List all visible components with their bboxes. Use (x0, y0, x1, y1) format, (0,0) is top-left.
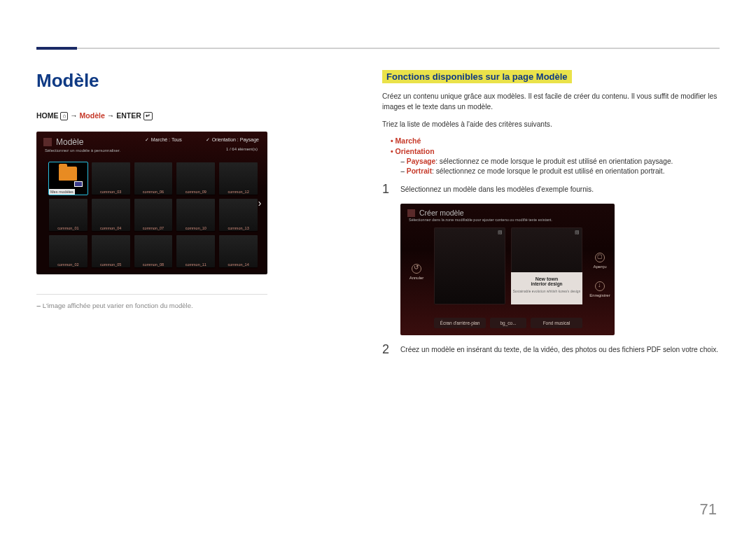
thumb-label: common_07 (134, 226, 173, 230)
kw-paysage: Paysage (407, 157, 435, 165)
top-divider-accent (36, 47, 77, 50)
breadcrumb-home: HOME (36, 111, 59, 120)
tab-background[interactable]: Écran d'arrière-plan (434, 318, 486, 328)
thumb-label: common_14 (219, 262, 258, 267)
enter-icon: ↵ (144, 112, 153, 120)
thumb-label: common_06 (134, 190, 173, 194)
filter-orientation[interactable]: Orientation : Paysage (206, 137, 259, 143)
thumb-label: common_05 (92, 262, 130, 267)
app-logo-icon (407, 209, 415, 217)
template-canvas: New town interior design Sustainable evo… (434, 227, 582, 304)
mini-template-icon (74, 181, 83, 187)
screenshot-create-template: Créer modèle Sélectionnez dans la zone m… (400, 204, 615, 335)
folder-icon (59, 167, 77, 181)
left-action-cancel[interactable]: Annuler (406, 264, 427, 280)
step-number: 1 (382, 182, 391, 197)
model-variation-note: L'image affichée peut varier en fonction… (36, 302, 267, 309)
create-subtitle: Sélectionnez dans la zone modifiable pou… (400, 217, 615, 222)
thumb-label: common_10 (176, 226, 215, 230)
image-placeholder-icon (575, 230, 580, 235)
left-column: Modèle HOME ⌂ → Modèle → ENTER ↵ Modèle … (36, 70, 267, 309)
thumb-label: common_04 (92, 226, 130, 230)
thumb-label: common_09 (176, 190, 215, 194)
thumb-label: common_12 (219, 190, 258, 194)
next-page-icon[interactable] (255, 197, 265, 209)
kw-portrait: Portrait (407, 167, 432, 175)
step-text: Créez un modèle en insérant du texte, de… (400, 342, 725, 353)
thumb-label: common_13 (219, 226, 258, 230)
template-grid: Mes modèles common_03 common_06 common_0… (49, 162, 258, 267)
template-thumb[interactable]: common_10 (176, 199, 215, 231)
tab-bgco[interactable]: bg_co... (490, 318, 526, 328)
step-2: 2 Créez un modèle en insérant du texte, … (382, 342, 725, 357)
panel-left[interactable] (434, 227, 505, 304)
image-placeholder-icon (498, 230, 503, 235)
breadcrumb: HOME ⌂ → Modèle → ENTER ↵ (36, 111, 267, 120)
template-thumb[interactable]: common_05 (92, 235, 130, 267)
panel-text-line1: New town (511, 276, 582, 281)
save-label: Enregistrer (589, 293, 610, 297)
template-thumb[interactable]: common_09 (176, 162, 215, 195)
divider (36, 294, 267, 295)
grid-title: Modèle (56, 137, 83, 147)
template-thumb[interactable]: common_08 (134, 235, 173, 267)
thumb-label: common_11 (176, 262, 215, 267)
screenshot-template-grid: Modèle Sélectionnez un modèle à personna… (36, 132, 267, 274)
cancel-icon (412, 264, 421, 274)
panel-right[interactable]: New town interior design Sustainable evo… (511, 227, 582, 304)
step-text: Sélectionnez un modèle dans les modèles … (400, 182, 725, 193)
template-thumb[interactable]: common_01 (49, 199, 88, 231)
template-thumb[interactable]: common_03 (92, 162, 130, 195)
thumb-label: common_01 (49, 226, 88, 230)
page-number: 71 (700, 500, 717, 519)
top-divider (36, 48, 720, 49)
thumb-label: common_08 (134, 262, 173, 267)
step-1: 1 Sélectionnez un modèle dans les modèle… (382, 182, 725, 197)
template-thumb[interactable]: common_12 (219, 162, 258, 195)
breadcrumb-arrow2: → (107, 111, 116, 120)
create-title: Créer modèle (419, 209, 464, 217)
step-number: 2 (382, 342, 391, 357)
template-thumb[interactable]: common_07 (134, 199, 173, 231)
right-action-preview[interactable]: Aperçu (589, 253, 610, 269)
right-action-save[interactable]: Enregistrer (589, 281, 610, 297)
bottom-tabs: Écran d'arrière-plan bg_co... Fond music… (434, 318, 582, 328)
template-thumb[interactable]: common_14 (219, 235, 258, 267)
thumb-label: common_03 (92, 190, 130, 194)
bullet-orientation: Orientation (391, 147, 725, 155)
breadcrumb-modele: Modèle (80, 111, 105, 120)
breadcrumb-enter: ENTER (116, 111, 141, 120)
template-thumb[interactable]: common_13 (219, 199, 258, 231)
save-icon (595, 281, 605, 291)
breadcrumb-arrow: → (70, 111, 79, 120)
panel-text-area[interactable]: New town interior design Sustainable evo… (511, 272, 582, 304)
sort-intro-text: Triez la liste de modèles à l'aide des c… (382, 120, 725, 130)
template-thumb[interactable]: common_02 (49, 235, 88, 267)
preview-label: Aperçu (589, 265, 610, 269)
portrait-desc: : sélectionnez ce mode lorsque le produi… (432, 167, 664, 175)
bullet-market: Marché (391, 136, 725, 145)
filter-market[interactable]: Marché : Tous (145, 137, 182, 143)
sub-bullet-portrait: Portrait: sélectionnez ce mode lorsque l… (400, 167, 725, 175)
panel-text-line2: interior design (511, 281, 582, 286)
grid-count: 1 / 64 élément(s) (226, 147, 258, 151)
app-logo-icon (43, 138, 52, 146)
template-thumb[interactable]: common_11 (176, 235, 215, 267)
thumb-label: common_02 (49, 262, 88, 267)
home-icon: ⌂ (60, 112, 68, 120)
template-thumb[interactable]: common_06 (134, 162, 173, 195)
paysage-desc: : sélectionnez ce mode lorsque le produi… (435, 157, 673, 165)
tab-music[interactable]: Fond musical (531, 318, 582, 328)
panel-text-line3: Sustainable evolution whitish korea's de… (511, 290, 582, 293)
thumb-label: Mes modèles (49, 189, 75, 195)
section-heading: Fonctions disponibles sur la page Modèle (382, 70, 572, 83)
preview-icon (595, 253, 605, 262)
template-thumb-selected[interactable]: Mes modèles (49, 162, 88, 195)
right-column: Fonctions disponibles sur la page Modèle… (382, 70, 725, 357)
template-thumb[interactable]: common_04 (92, 199, 130, 231)
cancel-label: Annuler (406, 276, 427, 280)
sub-bullet-paysage: Paysage: sélectionnez ce mode lorsque le… (400, 157, 725, 165)
page-title: Modèle (36, 70, 267, 92)
intro-text: Créez un contenu unique grâce aux modèle… (382, 92, 725, 113)
